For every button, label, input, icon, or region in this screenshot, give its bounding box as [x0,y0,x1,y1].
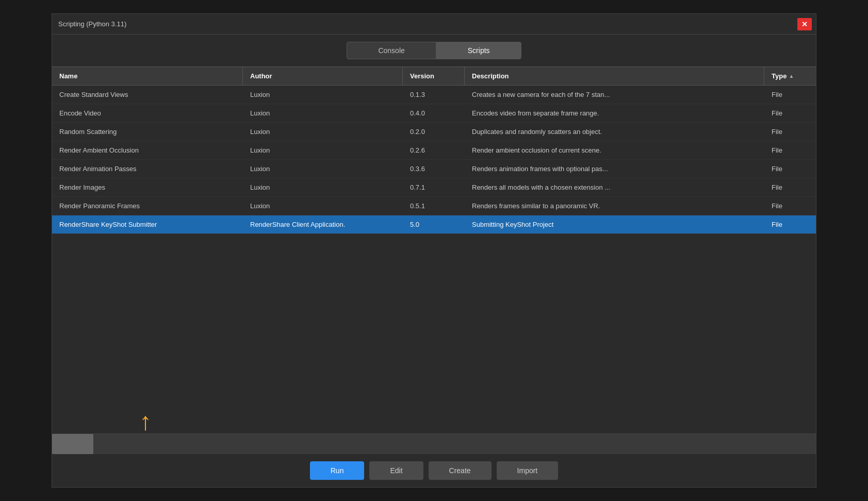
window-title: Scripting (Python 3.11) [58,20,126,28]
cell-version: 0.7.1 [403,178,465,196]
table-row[interactable]: Render Animation Passes Luxion 0.3.6 Ren… [52,160,816,178]
cell-author: Luxion [243,160,403,178]
tab-scripts[interactable]: Scripts [436,42,521,59]
cell-description: Creates a new camera for each of the 7 s… [465,86,764,104]
cell-description: Renders animation frames with optional p… [465,160,764,178]
cell-name: Render Images [52,178,243,196]
cell-version: 5.0 [403,215,465,233]
table-row[interactable]: Render Ambient Occlusion Luxion 0.2.6 Re… [52,141,816,160]
cell-name: Create Standard Views [52,86,243,104]
table-row[interactable]: Encode Video Luxion 0.4.0 Encodes video … [52,104,816,123]
cell-version: 0.2.0 [403,123,465,141]
cell-author: Luxion [243,178,403,196]
cell-type: File [764,86,816,104]
table-body: Create Standard Views Luxion 0.1.3 Creat… [52,86,816,433]
column-header-name: Name [52,67,243,85]
close-button[interactable]: ✕ [797,18,812,30]
cell-version: 0.4.0 [403,104,465,122]
cell-type: File [764,215,816,233]
cell-type: File [764,123,816,141]
column-header-version: Version [403,67,465,85]
cell-description: Renders frames similar to a panoramic VR… [465,197,764,215]
import-button[interactable]: Import [497,461,559,480]
cell-type: File [764,178,816,196]
column-header-author: Author [243,67,403,85]
table-row[interactable]: Render Panoramic Frames Luxion 0.5.1 Ren… [52,197,816,215]
column-header-description: Description [465,67,764,85]
cell-description: Renders all models with a chosen extensi… [465,178,764,196]
table-row[interactable]: Create Standard Views Luxion 0.1.3 Creat… [52,86,816,104]
cell-author: Luxion [243,86,403,104]
scripts-table: Name Author Version Description Type ▲ C… [52,66,816,433]
table-row[interactable]: Random Scattering Luxion 0.2.0 Duplicate… [52,123,816,141]
edit-button[interactable]: Edit [369,461,423,480]
cell-version: 0.1.3 [403,86,465,104]
button-bar: Run Edit Create Import [52,454,816,487]
cell-description: Submitting KeyShot Project [465,215,764,233]
scripting-window: Scripting (Python 3.11) ✕ Console Script… [52,13,816,488]
cell-description: Render ambient occlusion of current scen… [465,141,764,159]
table-header: Name Author Version Description Type ▲ [52,66,816,86]
tab-bar: Console Scripts [52,35,816,66]
create-button[interactable]: Create [429,461,492,480]
cell-name: Render Ambient Occlusion [52,141,243,159]
table-row[interactable]: Render Images Luxion 0.7.1 Renders all m… [52,178,816,197]
cell-name: Render Animation Passes [52,160,243,178]
cell-author: Luxion [243,123,403,141]
cell-description: Encodes video from separate frame range. [465,104,764,122]
cell-name: RenderShare KeyShot Submitter [52,215,243,233]
column-header-type[interactable]: Type ▲ [764,67,816,85]
sort-icon: ▲ [789,73,794,79]
cell-type: File [764,141,816,159]
title-bar: Scripting (Python 3.11) ✕ [52,14,816,35]
cell-author: Luxion [243,141,403,159]
scrollbar-track [52,434,816,454]
cell-version: 0.5.1 [403,197,465,215]
cell-type: File [764,104,816,122]
cell-author: Luxion [243,104,403,122]
cell-type: File [764,160,816,178]
cell-name: Render Panoramic Frames [52,197,243,215]
cell-name: Encode Video [52,104,243,122]
cell-version: 0.3.6 [403,160,465,178]
run-button[interactable]: Run [310,461,365,480]
cell-type: File [764,197,816,215]
cell-author: RenderShare Client Application. [243,215,403,233]
scrollbar-thumb[interactable] [52,434,93,454]
table-row-selected[interactable]: RenderShare KeyShot Submitter RenderShar… [52,215,816,234]
cell-version: 0.2.6 [403,141,465,159]
cell-description: Duplicates and randomly scatters an obje… [465,123,764,141]
horizontal-scrollbar[interactable] [52,433,816,454]
cell-author: Luxion [243,197,403,215]
cell-name: Random Scattering [52,123,243,141]
tab-console[interactable]: Console [347,42,436,59]
